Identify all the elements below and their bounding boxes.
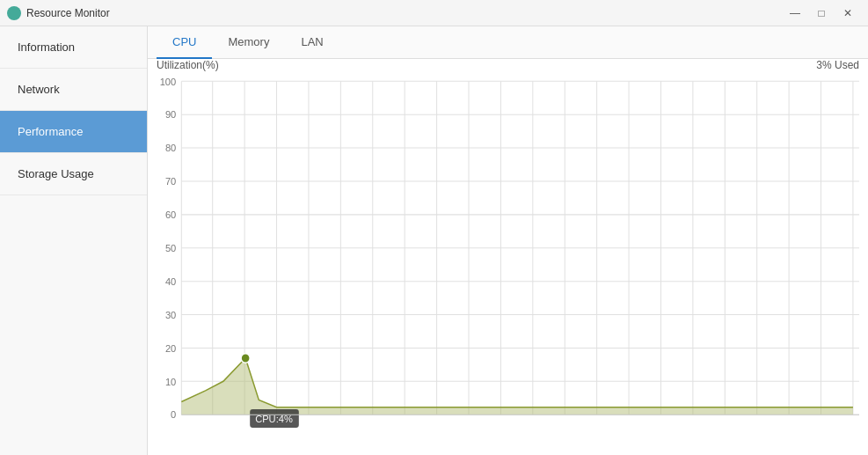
svg-text:60: 60 bbox=[165, 209, 176, 220]
svg-text:100: 100 bbox=[160, 76, 177, 86]
app-title: Resource Monitor bbox=[26, 7, 110, 19]
sidebar: Information Network Performance Storage … bbox=[0, 26, 148, 455]
cpu-data-point bbox=[241, 354, 250, 363]
svg-text:40: 40 bbox=[165, 276, 176, 287]
sidebar-item-information[interactable]: Information bbox=[0, 26, 147, 69]
content-area: CPU Memory LAN Utilization(%) 3% Used 10… bbox=[148, 26, 868, 455]
utilization-label: Utilization(%) bbox=[157, 59, 219, 71]
sidebar-item-storage-usage[interactable]: Storage Usage bbox=[0, 153, 147, 195]
tab-bar: CPU Memory LAN bbox=[148, 26, 868, 59]
svg-text:50: 50 bbox=[165, 243, 176, 253]
svg-marker-44 bbox=[181, 358, 853, 415]
window-controls: — □ ✕ bbox=[782, 0, 861, 26]
svg-text:90: 90 bbox=[165, 109, 176, 120]
tab-memory[interactable]: Memory bbox=[212, 26, 285, 59]
sidebar-item-network[interactable]: Network bbox=[0, 69, 147, 111]
svg-text:0: 0 bbox=[171, 409, 176, 420]
svg-text:10: 10 bbox=[165, 376, 176, 386]
main-container: Information Network Performance Storage … bbox=[0, 26, 868, 455]
app-icon bbox=[7, 6, 21, 20]
tab-cpu[interactable]: CPU bbox=[157, 26, 212, 59]
tab-lan[interactable]: LAN bbox=[285, 26, 339, 59]
restore-button[interactable]: □ bbox=[808, 0, 835, 26]
title-bar-left: Resource Monitor bbox=[7, 6, 110, 20]
minimize-button[interactable]: — bbox=[782, 0, 808, 26]
sidebar-item-performance[interactable]: Performance bbox=[0, 111, 147, 153]
chart-header: Utilization(%) 3% Used bbox=[148, 59, 868, 76]
close-button[interactable]: ✕ bbox=[835, 0, 861, 26]
chart-svg: 100 90 80 70 60 50 40 30 20 10 0 bbox=[157, 76, 859, 446]
svg-text:80: 80 bbox=[165, 143, 176, 153]
svg-text:30: 30 bbox=[165, 310, 176, 320]
title-bar: Resource Monitor — □ ✕ bbox=[0, 0, 868, 26]
svg-text:20: 20 bbox=[165, 342, 176, 353]
chart-container: 100 90 80 70 60 50 40 30 20 10 0 bbox=[148, 76, 868, 455]
svg-text:70: 70 bbox=[165, 176, 176, 187]
usage-label: 3% Used bbox=[816, 59, 859, 71]
